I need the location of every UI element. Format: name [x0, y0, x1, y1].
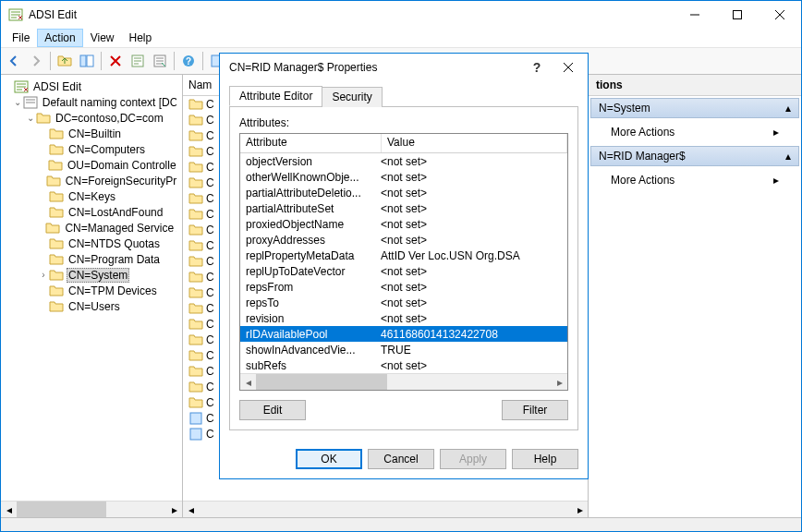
- tree-node[interactable]: CN=Program Data: [1, 251, 182, 267]
- attribute-row[interactable]: objectVersion<not set>: [240, 153, 567, 169]
- dialog-close-button[interactable]: [553, 56, 584, 79]
- attribute-row[interactable]: showInAdvancedVie...TRUE: [240, 342, 567, 357]
- help-button[interactable]: Help: [512, 449, 578, 469]
- dialog-title: CN=RID Manager$ Properties: [229, 61, 521, 74]
- apply-button[interactable]: Apply: [440, 449, 506, 469]
- tree-pane[interactable]: ADSI Edit ⌄ Default naming context [DC ⌄…: [1, 75, 183, 517]
- tab-page: Attributes: Attribute Value objectVersio…: [229, 107, 578, 430]
- attribute-row[interactable]: partialAttributeDeletio...<not set>: [240, 185, 567, 200]
- folder-icon: [188, 191, 203, 206]
- tree-context[interactable]: ⌄ Default naming context [DC: [1, 94, 182, 110]
- scroll-right-icon[interactable]: ▸: [166, 502, 182, 517]
- minimize-button[interactable]: [674, 1, 716, 29]
- folder-icon: [188, 348, 203, 363]
- attribute-row[interactable]: repsTo<not set>: [240, 295, 567, 310]
- tree-node[interactable]: CN=NTDS Quotas: [1, 236, 182, 251]
- folder-icon: [36, 111, 51, 126]
- export-list-button[interactable]: [149, 50, 171, 72]
- actions-pane: tions N=System ▴ More Actions ▸ N=RID Ma…: [589, 75, 801, 517]
- attributes-label: Attributes:: [239, 116, 568, 129]
- show-hide-tree-button[interactable]: [76, 50, 98, 72]
- scroll-left-icon[interactable]: ◂: [1, 502, 17, 517]
- folder-icon: [188, 395, 203, 410]
- actions-group-rid[interactable]: N=RID Manager$ ▴: [590, 146, 799, 166]
- filter-button[interactable]: Filter: [502, 400, 568, 420]
- attribute-row[interactable]: otherWellKnownObje...<not set>: [240, 169, 567, 185]
- actions-more-rid[interactable]: More Actions ▸: [589, 168, 801, 192]
- dialog-help-button[interactable]: ?: [521, 56, 553, 79]
- attribute-row[interactable]: proxyAddresses<not set>: [240, 232, 567, 248]
- scroll-right-icon[interactable]: ▸: [572, 502, 588, 517]
- folder-icon: [49, 189, 64, 204]
- tree-node-label: CN=TPM Devices: [67, 284, 159, 297]
- attributes-hscrollbar[interactable]: ◂ ▸: [240, 373, 567, 390]
- attribute-value: <not set>: [375, 218, 567, 231]
- scroll-right-icon[interactable]: ▸: [552, 376, 567, 389]
- collapse-icon: ▴: [785, 102, 791, 115]
- edit-button[interactable]: Edit: [239, 400, 306, 420]
- object-icon: [188, 427, 203, 441]
- dialog-titlebar: CN=RID Manager$ Properties ?: [220, 54, 588, 80]
- cancel-button[interactable]: Cancel: [368, 449, 434, 469]
- menu-view[interactable]: View: [83, 29, 122, 47]
- menu-help[interactable]: Help: [122, 29, 160, 47]
- attribute-row[interactable]: repsFrom<not set>: [240, 279, 567, 295]
- help-button[interactable]: ?: [177, 50, 200, 72]
- attribute-row[interactable]: partialAttributeSet<not set>: [240, 200, 567, 216]
- tab-attribute-editor[interactable]: Attribute Editor: [229, 86, 322, 106]
- folder-icon: [188, 254, 203, 269]
- svg-rect-2: [80, 55, 86, 66]
- col-value[interactable]: Value: [382, 134, 567, 152]
- tree-node[interactable]: CN=Keys: [1, 188, 182, 204]
- chevron-down-icon[interactable]: ⌄: [25, 113, 36, 123]
- ok-button[interactable]: OK: [296, 449, 362, 469]
- menu-file[interactable]: File: [5, 29, 37, 47]
- tab-security[interactable]: Security: [322, 87, 382, 107]
- close-button[interactable]: [759, 1, 801, 29]
- attribute-row[interactable]: replUpToDateVector<not set>: [240, 263, 567, 279]
- attribute-name: revision: [240, 312, 375, 325]
- refresh-button[interactable]: [127, 50, 149, 72]
- attribute-row[interactable]: subRefs<not set>: [240, 357, 567, 373]
- folder-icon: [49, 205, 64, 220]
- folder-icon: [188, 128, 203, 143]
- scroll-left-icon[interactable]: ◂: [183, 502, 199, 517]
- col-attribute[interactable]: Attribute: [240, 134, 382, 152]
- actions-group-system[interactable]: N=System ▴: [590, 98, 799, 118]
- attribute-row[interactable]: revision<not set>: [240, 310, 567, 326]
- tree-node[interactable]: CN=TPM Devices: [1, 283, 182, 298]
- menubar: File Action View Help: [1, 29, 801, 48]
- up-button[interactable]: [54, 50, 76, 72]
- delete-button[interactable]: [104, 50, 127, 72]
- tree-node[interactable]: ›CN=System: [1, 267, 182, 283]
- tree-root[interactable]: ADSI Edit: [1, 79, 182, 94]
- list-hscrollbar[interactable]: ◂ ▸: [183, 501, 588, 517]
- tree-node[interactable]: OU=Domain Controllers: [1, 157, 182, 173]
- folder-icon: [188, 97, 203, 112]
- tree-node[interactable]: CN=ForeignSecurityPrincipals: [1, 173, 182, 188]
- attribute-row[interactable]: replPropertyMetaDataAttID Ver Loc.USN Or…: [240, 248, 567, 263]
- back-button[interactable]: [3, 50, 25, 72]
- statusbar: [1, 517, 801, 531]
- attributes-listview[interactable]: Attribute Value objectVersion<not set>ot…: [239, 133, 568, 391]
- tree-node[interactable]: CN=Managed Service Accounts: [1, 220, 182, 236]
- attribute-row[interactable]: proxiedObjectName<not set>: [240, 216, 567, 232]
- tree-node[interactable]: CN=LostAndFound: [1, 204, 182, 220]
- chevron-down-icon[interactable]: ⌄: [12, 97, 23, 107]
- tree-node[interactable]: CN=Builtin: [1, 126, 182, 141]
- menu-action[interactable]: Action: [37, 29, 82, 47]
- tree-node[interactable]: CN=Computers: [1, 141, 182, 157]
- folder-icon: [188, 364, 203, 379]
- folder-icon: [49, 142, 64, 157]
- actions-more-system[interactable]: More Actions ▸: [589, 120, 801, 144]
- folder-icon: [188, 175, 203, 190]
- tree-domain[interactable]: ⌄ DC=contoso,DC=com: [1, 110, 182, 126]
- expander-icon[interactable]: ›: [38, 270, 49, 280]
- maximize-button[interactable]: [716, 1, 759, 29]
- forward-button[interactable]: [25, 50, 47, 72]
- attribute-name: subRefs: [240, 359, 375, 372]
- tree-hscrollbar[interactable]: ◂ ▸: [1, 501, 182, 517]
- tree-node[interactable]: CN=Users: [1, 298, 182, 314]
- attribute-row[interactable]: rIDAvailablePool4611686014132422708: [240, 326, 567, 342]
- scroll-left-icon[interactable]: ◂: [240, 376, 256, 389]
